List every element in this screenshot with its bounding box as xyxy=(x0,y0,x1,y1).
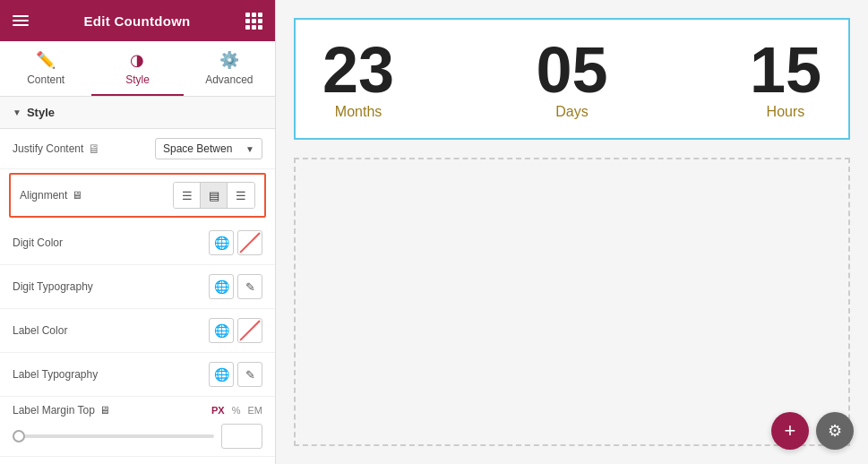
alignment-label: Alignment 🖥 xyxy=(20,189,173,202)
digit-typography-control: 🌐 ✎ xyxy=(209,274,262,299)
section-label: Style xyxy=(27,106,55,119)
label-color-control: 🌐 xyxy=(209,318,262,343)
months-label: Months xyxy=(335,104,382,120)
hours-label: Hours xyxy=(767,104,805,120)
alignment-row: Alignment 🖥 ☰ ▤ ☰ xyxy=(9,173,266,218)
digit-typography-label: Digit Typography xyxy=(13,280,209,293)
tab-advanced-label: Advanced xyxy=(205,73,253,86)
justify-content-dropdown[interactable]: Space Betwen ▼ xyxy=(155,138,262,159)
left-panel: Edit Countdown ✏️ Content ◑ Style ⚙️ Adv… xyxy=(0,0,276,464)
label-color-row: Label Color 🌐 xyxy=(0,309,275,353)
margin-top-slider[interactable] xyxy=(13,434,214,438)
unit-px-button[interactable]: PX xyxy=(211,405,225,416)
dropdown-arrow-icon: ▼ xyxy=(245,144,254,154)
section-arrow-icon: ▼ xyxy=(13,107,21,117)
dashed-placeholder xyxy=(294,158,850,446)
label-typography-globe-button[interactable]: 🌐 xyxy=(209,362,234,387)
countdown-hours: 15 Hours xyxy=(750,38,821,120)
canvas-area: 23 Months 05 Days 15 Hours xyxy=(276,0,868,464)
unit-em-button[interactable]: EM xyxy=(248,405,263,416)
panel-tabs: ✏️ Content ◑ Style ⚙️ Advanced xyxy=(0,41,275,97)
digit-typography-pencil-button[interactable]: ✎ xyxy=(237,274,262,299)
align-center-button[interactable]: ▤ xyxy=(201,183,228,208)
label-margin-top-row: Label Margin Top 🖥 PX % EM xyxy=(0,397,275,457)
panel-title: Edit Countdown xyxy=(83,13,190,29)
panel-header: Edit Countdown xyxy=(0,0,275,41)
style-icon: ◑ xyxy=(130,50,144,70)
margin-responsive-icon: 🖥 xyxy=(99,404,110,417)
add-button[interactable]: + xyxy=(771,412,809,450)
digit-color-row: Digit Color 🌐 xyxy=(0,221,275,265)
bottom-buttons: + ⚙ xyxy=(771,412,854,450)
apps-icon[interactable] xyxy=(245,13,262,30)
label-typography-control: 🌐 ✎ xyxy=(209,362,262,387)
countdown-months: 23 Months xyxy=(322,38,394,120)
label-margin-top-label: Label Margin Top 🖥 xyxy=(13,404,211,417)
right-panel: 23 Months 05 Days 15 Hours + ⚙ xyxy=(276,0,868,464)
digit-typography-globe-button[interactable]: 🌐 xyxy=(209,274,234,299)
margin-row-header: Label Margin Top 🖥 PX % EM xyxy=(13,404,262,417)
align-right-button[interactable]: ☰ xyxy=(228,183,254,208)
digit-color-swatch-button[interactable] xyxy=(237,230,262,255)
digit-typography-row: Digit Typography 🌐 ✎ xyxy=(0,265,275,309)
slider-row xyxy=(13,424,262,449)
countdown-widget: 23 Months 05 Days 15 Hours xyxy=(294,18,850,140)
hours-value: 15 xyxy=(750,38,821,102)
section-style-header: ▼ Style xyxy=(0,97,275,129)
align-left-button[interactable]: ☰ xyxy=(174,183,201,208)
advanced-icon: ⚙️ xyxy=(219,50,239,70)
tab-style-label: Style xyxy=(125,73,150,86)
label-color-globe-button[interactable]: 🌐 xyxy=(209,318,234,343)
panel-content: ▼ Style Justify Content 🖥 Space Betwen ▼… xyxy=(0,97,275,464)
digit-color-label: Digit Color xyxy=(13,236,209,249)
justify-responsive-icon: 🖥 xyxy=(88,142,100,156)
alignment-responsive-icon: 🖥 xyxy=(72,189,82,202)
margin-top-input[interactable] xyxy=(221,424,262,449)
label-color-swatch-button[interactable] xyxy=(237,318,262,343)
days-value: 05 xyxy=(536,38,607,102)
countdown-days: 05 Days xyxy=(536,38,607,120)
tab-advanced[interactable]: ⚙️ Advanced xyxy=(184,41,275,96)
months-value: 23 xyxy=(322,38,394,102)
digit-color-control: 🌐 xyxy=(209,230,262,255)
unit-percent-button[interactable]: % xyxy=(232,405,241,416)
hamburger-menu-icon[interactable] xyxy=(13,15,29,26)
unit-buttons: PX % EM xyxy=(211,405,262,416)
justify-content-label: Justify Content 🖥 xyxy=(13,142,155,156)
digit-color-globe-button[interactable]: 🌐 xyxy=(209,230,234,255)
label-typography-pencil-button[interactable]: ✎ xyxy=(237,362,262,387)
tab-style[interactable]: ◑ Style xyxy=(91,41,183,96)
content-icon: ✏️ xyxy=(36,50,56,70)
alignment-buttons: ☰ ▤ ☰ xyxy=(173,182,255,209)
justify-content-row: Justify Content 🖥 Space Betwen ▼ xyxy=(0,129,275,169)
tab-content-label: Content xyxy=(27,73,64,86)
label-color-label: Label Color xyxy=(13,324,209,337)
days-label: Days xyxy=(555,104,588,120)
label-typography-label: Label Typography xyxy=(13,368,209,381)
tab-content[interactable]: ✏️ Content xyxy=(0,41,91,96)
settings-button[interactable]: ⚙ xyxy=(816,412,854,450)
label-typography-row: Label Typography 🌐 ✎ xyxy=(0,353,275,397)
